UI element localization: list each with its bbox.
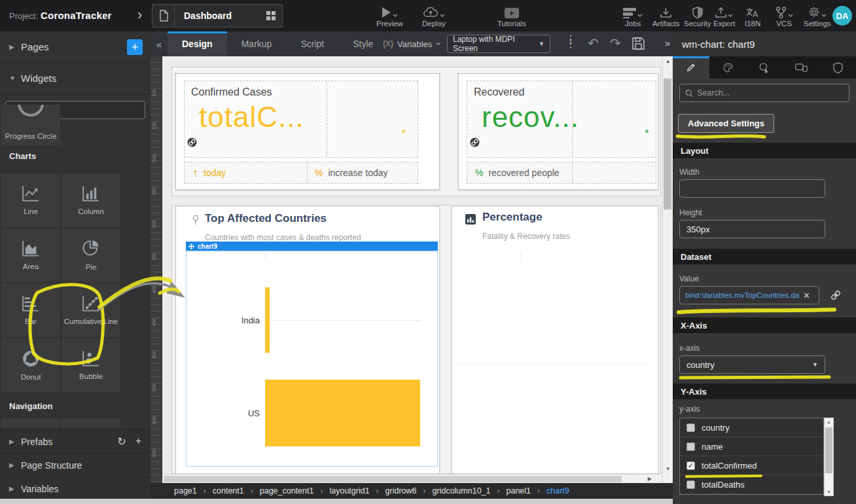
settings-button[interactable]: Settings [804,4,831,27]
widget-tile-cumulative-line[interactable]: Cumulative Line [62,283,120,337]
checkbox-icon[interactable]: ✓ [687,423,695,432]
card-value-binding[interactable]: totalC... [199,101,304,134]
bar-us[interactable] [265,380,420,446]
canvas-horizontal-scrollbar[interactable]: ▶ [162,474,662,483]
clear-binding-icon[interactable]: ✕ [799,291,814,300]
properties-search[interactable] [679,84,849,102]
tab-style[interactable]: Style [338,31,387,56]
widget-tile-pie[interactable]: Pie [62,228,120,282]
tutorials-button[interactable]: Tutorials [497,4,526,27]
chevron-down-icon[interactable] [440,14,445,17]
jobs-button[interactable]: Jobs [623,4,643,27]
breadcrumb-item[interactable]: gridrow6 [385,486,417,495]
checkbox-icon[interactable]: ✓ [687,480,695,489]
expand-right-icon[interactable]: » [665,37,670,48]
card-value-binding[interactable]: recov... [482,101,579,134]
height-input[interactable] [679,220,825,238]
widget-tile-area[interactable]: Area [1,228,60,282]
x-axis-select[interactable]: country ▼ [679,355,825,374]
width-input[interactable] [679,179,825,198]
widget-tile-donut[interactable]: Donut [1,338,60,392]
y-axis-option-name[interactable]: ✓ name [680,437,823,456]
sidebar-section-prefabs[interactable]: ▶ Prefabs ↻ + [0,429,151,453]
stat-increase-today[interactable]: % increase today [307,162,418,183]
chart9-selection-bar[interactable]: chart9 [186,242,438,251]
refresh-icon[interactable]: ↻ [117,435,126,448]
widget-tile-partial[interactable] [1,419,60,428]
sidebar-section-pages[interactable]: ▶ Pages + [0,31,151,63]
stat-today[interactable]: ↑ today [185,162,307,183]
section-x-axis[interactable]: X-Axis [673,317,856,333]
checkbox-icon[interactable]: ✓ [687,461,695,470]
add-page-button[interactable]: + [127,39,143,55]
breadcrumb-item[interactable]: gridcolumn10_1 [433,486,491,495]
breadcrumb-item[interactable]: panel1 [507,486,531,495]
breadcrumb-item[interactable]: layoutgrid1 [329,486,369,495]
more-options-icon[interactable]: ⋮⋮ [565,37,573,46]
scroll-up-icon[interactable]: ▲ [827,420,831,424]
tab-styles[interactable] [709,56,746,79]
bind-link-icon[interactable] [830,290,842,300]
card-confirmed-cases[interactable]: Confirmed Cases totalC... ↑ today % [175,73,440,190]
page-tab-dashboard[interactable]: Dashboard [152,4,283,27]
tab-events[interactable] [746,56,783,79]
chevron-down-icon[interactable] [788,14,793,17]
chevron-down-icon[interactable] [728,14,733,17]
widget-tile-column[interactable]: Column [62,173,120,227]
breadcrumb-item[interactable]: content1 [213,486,244,495]
y-axis-option-country[interactable]: ✓ country [680,418,823,437]
card-recovered[interactable]: Recovered recov... % recovered people [458,73,658,190]
undo-button[interactable]: ↶ [588,35,599,51]
bar-chart-chart9[interactable]: India US [186,251,438,467]
widget-tile-bar[interactable]: Bar [1,283,60,337]
widget-tile-line[interactable]: Line [1,173,60,227]
list-scrollbar[interactable]: ▲ ▼ [824,418,834,496]
checkbox-icon[interactable]: ✓ [687,442,695,451]
section-layout[interactable]: Layout [673,143,856,158]
variables-menu[interactable]: {X} Variables [383,31,441,56]
widget-tile-progress-circle[interactable]: Progress Circle [1,105,60,145]
widget-tile-partial[interactable] [62,419,120,428]
chevron-down-icon[interactable] [821,14,827,17]
tab-properties[interactable] [673,56,709,79]
project-chevron-icon[interactable]: › [137,7,142,24]
panel-percentage[interactable]: Percentage Fatality & Recovery rates [452,206,658,474]
canvas-vertical-scrollbar[interactable]: ▲ ▼ [662,56,672,483]
deploy-button[interactable]: Deploy [422,4,446,27]
security-button[interactable]: Security [684,4,711,27]
vcs-button[interactable]: VCS [775,4,793,27]
collapse-left-icon[interactable]: « [151,31,168,56]
section-dataset[interactable]: Dataset [673,249,856,264]
pages-grid-icon[interactable] [260,11,282,20]
scroll-right-icon[interactable]: ▶ [648,476,652,482]
section-y-axis[interactable]: Y-Axis [673,384,856,399]
card-main-section[interactable]: Confirmed Cases totalC... [184,81,418,158]
tab-devices[interactable] [783,56,819,79]
scrollbar-thumb[interactable] [664,79,671,209]
i18n-button[interactable]: A I18N [745,4,760,27]
save-button[interactable] [632,37,645,50]
sidebar-section-variables[interactable]: ▶ Variables [0,477,151,500]
properties-search-input[interactable] [697,88,844,98]
y-axis-option-totalconfirmed[interactable]: ✓ totalConfirmed [680,456,823,475]
tab-security[interactable] [819,56,856,79]
device-select[interactable]: Laptop with MDPI Screen ▼ [447,35,550,53]
scrollbar-thumb[interactable] [164,476,622,482]
breadcrumb-item[interactable]: page_content1 [260,486,314,495]
card-main-section[interactable]: Recovered recov... [467,81,656,158]
avatar[interactable]: DA [832,6,852,26]
artifacts-button[interactable]: Artifacts [652,4,680,27]
chevron-down-icon[interactable] [637,14,643,17]
stat-recovered-people[interactable]: % recovered people [467,162,572,183]
card-footer[interactable]: ↑ today % increase today [184,162,418,184]
bar-india[interactable] [265,287,270,353]
move-icon[interactable] [188,243,194,249]
scroll-down-icon[interactable]: ▼ [827,490,831,494]
tab-design[interactable]: Design [168,31,227,56]
add-prefab-icon[interactable]: + [135,435,141,448]
redo-button[interactable]: ↷ [610,35,621,51]
sidebar-section-widgets[interactable]: ▼ Widgets [0,63,151,94]
dataset-value-input[interactable]: bind:Variables.mvTopCountries.dataSe ✕ [679,286,819,304]
card-footer[interactable]: % recovered people [467,162,656,184]
canvas-page[interactable]: Confirmed Cases totalC... ↑ today % [162,56,662,474]
